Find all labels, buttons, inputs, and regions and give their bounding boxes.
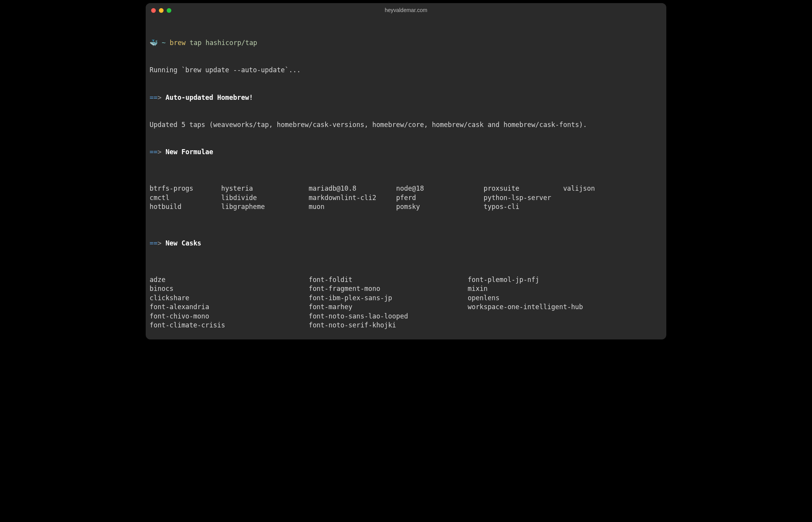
list-row: font-climate-crisisfont-noto-serif-khojk… — [150, 321, 662, 330]
list-row: binocsfont-fragment-monomixin — [150, 284, 662, 293]
minimize-icon[interactable] — [159, 8, 164, 13]
list-cell: font-noto-sans-lao-looped — [308, 312, 467, 321]
window-titlebar: heyvaldemar.com — [146, 3, 666, 18]
list-cell: font-marhey — [308, 303, 467, 311]
heading-line: ==> New Formulae — [150, 148, 662, 157]
zoom-icon[interactable] — [167, 8, 171, 13]
list-row: btrfs-progshysteriamariadb@10.8node@18pr… — [150, 184, 662, 193]
window-title: heyvaldemar.com — [385, 7, 427, 14]
formulae-columns: btrfs-progshysteriamariadb@10.8node@18pr… — [150, 184, 662, 211]
arrow-icon: == — [150, 148, 157, 156]
prompt-tilde: ~ — [162, 39, 166, 47]
list-row: adzefont-folditfont-plemol-jp-nfj — [150, 275, 662, 284]
list-cell: cmctl — [150, 193, 221, 202]
heading-line: ==> Auto-updated Homebrew! — [150, 93, 662, 102]
heading-text: New Casks — [166, 239, 201, 247]
output-line: Updated 5 taps (weaveworks/tap, homebrew… — [150, 120, 662, 129]
heading-line: ==> New Casks — [150, 239, 662, 248]
list-row: clicksharefont-ibm-plex-sans-jpopenlens — [150, 294, 662, 303]
list-cell: font-foldit — [308, 275, 467, 284]
arrow-icon: == — [150, 239, 157, 247]
list-cell: pferd — [396, 193, 484, 202]
terminal-output[interactable]: 🐳 ~ brew tap hashicorp/tap Running `brew… — [146, 18, 666, 339]
arrow-icon: == — [150, 94, 157, 101]
list-cell: adze — [150, 275, 308, 284]
list-cell: libgrapheme — [221, 202, 308, 211]
list-cell: mariadb@10.8 — [308, 184, 396, 193]
list-cell: valijson — [563, 184, 595, 193]
list-cell: clickshare — [150, 294, 308, 303]
list-cell: typos-cli — [484, 202, 563, 211]
list-cell: node@18 — [396, 184, 484, 193]
list-cell: proxsuite — [484, 184, 563, 193]
command-name: brew — [170, 39, 186, 47]
list-cell: font-fragment-mono — [308, 284, 467, 293]
list-cell: binocs — [150, 284, 308, 293]
list-cell: openlens — [468, 294, 500, 303]
list-cell: markdownlint-cli2 — [308, 193, 396, 202]
list-cell: font-noto-serif-khojki — [308, 321, 467, 330]
list-cell: font-ibm-plex-sans-jp — [308, 294, 467, 303]
casks-columns: adzefont-folditfont-plemol-jp-nfjbinocsf… — [150, 275, 662, 330]
output-line: Running `brew update --auto-update`... — [150, 66, 662, 75]
terminal-window: heyvaldemar.com 🐳 ~ brew tap hashicorp/t… — [146, 3, 666, 339]
list-cell: workspace-one-intelligent-hub — [468, 303, 583, 311]
close-icon[interactable] — [151, 8, 156, 13]
prompt-line: 🐳 ~ brew tap hashicorp/tap — [150, 38, 662, 47]
list-row: font-chivo-monofont-noto-sans-lao-looped — [150, 312, 662, 321]
list-cell: libdivide — [221, 193, 308, 202]
list-cell: font-chivo-mono — [150, 312, 308, 321]
list-cell: font-plemol-jp-nfj — [468, 275, 539, 284]
arrow-gt-icon: > — [157, 94, 161, 101]
list-cell: pomsky — [396, 202, 484, 211]
heading-text: Auto-updated Homebrew! — [166, 94, 253, 101]
list-cell: mixin — [468, 284, 488, 293]
list-cell: hotbuild — [150, 202, 221, 211]
list-cell: python-lsp-server — [484, 193, 563, 202]
list-row: font-alexandriafont-marheyworkspace-one-… — [150, 303, 662, 311]
arrow-gt-icon: > — [157, 148, 161, 156]
traffic-lights — [151, 8, 171, 13]
arrow-gt-icon: > — [157, 239, 161, 247]
list-cell: font-alexandria — [150, 303, 308, 311]
list-cell: muon — [308, 202, 396, 211]
command-args: tap hashicorp/tap — [190, 39, 257, 47]
list-cell: font-climate-crisis — [150, 321, 308, 330]
list-row: cmctllibdividemarkdownlint-cli2pferdpyth… — [150, 193, 662, 202]
list-cell: btrfs-progs — [150, 184, 221, 193]
list-cell: hysteria — [221, 184, 308, 193]
heading-text: New Formulae — [166, 148, 213, 156]
whale-icon: 🐳 — [150, 39, 158, 47]
list-row: hotbuildlibgraphememuonpomskytypos-cli — [150, 202, 662, 211]
